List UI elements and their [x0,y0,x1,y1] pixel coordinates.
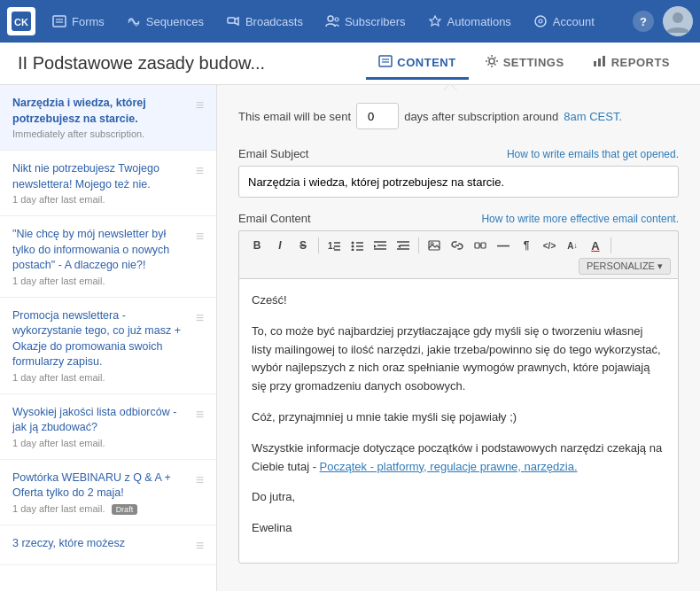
drag-handle-3[interactable]: ≡ [196,227,204,245]
outdent-button[interactable] [393,235,414,256]
sidebar-item-7[interactable]: 3 rzeczy, które możesz ≡ [0,525,216,565]
sidebar-item-6-text: Powtórka WEBINARU z Q & A + Oferta tylko… [12,470,189,514]
account-icon [533,13,548,29]
drag-handle-4[interactable]: ≡ [196,308,204,326]
drag-handle-5[interactable]: ≡ [196,405,204,423]
svg-rect-38 [475,243,479,248]
indent-button[interactable] [369,235,391,256]
bold-button[interactable]: B [246,235,268,256]
color-button[interactable]: A [585,235,606,256]
broadcasts-icon [225,13,241,29]
subject-label-row: Email Subject How to write emails that g… [238,147,679,160]
dash-button[interactable]: — [493,235,514,256]
sidebar-item-2-sub: 1 day after last email. [12,194,189,205]
editor-closing: Do jutra, [252,488,665,507]
image-button[interactable] [424,235,445,256]
sidebar-item-6-sub: 1 day after last email. Draft [12,503,189,514]
nav-label-forms: Forms [72,15,105,28]
personalize-button[interactable]: PERSONALIZE ▾ [579,258,671,275]
nav-item-automations[interactable]: Automations [418,8,520,35]
email-subject-section: Email Subject How to write emails that g… [238,147,679,198]
sidebar-item-6-title: Powtórka WEBINARU z Q & A + Oferta tylko… [12,470,189,502]
editor-para1: To, co może być najbardziej przytłaczają… [252,323,665,396]
sidebar-item-2-text: Nikt nie potrzebujesz Twojego newsletter… [12,161,189,205]
svg-point-25 [352,249,354,252]
toolbar-sep-2 [418,237,419,253]
delay-row: This email will be sent days after subsc… [238,103,679,129]
sidebar: Narzędzia i wiedza, której potrzebujesz … [0,85,217,591]
sidebar-item-2-title: Nikt nie potrzebujesz Twojego newsletter… [12,161,189,192]
tab-reports[interactable]: REPORTS [580,48,682,80]
subscript-button[interactable]: A↓ [562,235,583,256]
svg-rect-12 [379,56,392,66]
drag-handle-1[interactable]: ≡ [196,96,204,113]
sidebar-item-6[interactable]: Powtórka WEBINARU z Q & A + Oferta tylko… [0,460,216,525]
delay-text-before: This email will be sent [238,110,351,123]
tab-settings[interactable]: SETTINGS [472,47,577,81]
svg-rect-16 [594,61,596,66]
drag-handle-7[interactable]: ≡ [196,536,204,554]
sidebar-item-2[interactable]: Nikt nie potrzebujesz Twojego newsletter… [0,151,216,216]
nav-label-automations: Automations [447,15,511,28]
toolbar-sep-3 [611,237,611,253]
link-button[interactable] [447,235,468,256]
automations-icon [427,13,443,29]
nav-item-broadcasts[interactable]: Broadcasts [216,8,312,35]
subject-label: Email Subject [238,147,308,160]
nav-item-forms[interactable]: Forms [43,8,113,35]
logo[interactable]: CK [7,7,35,35]
svg-point-24 [352,245,354,248]
sidebar-item-1-text: Narzędzia i wiedza, której potrzebujesz … [12,96,189,139]
subject-hint-link[interactable]: How to write emails that get opened. [507,148,679,160]
editor-body[interactable]: Cześć! To, co może być najbardziej przyt… [238,278,679,564]
sidebar-item-4-text: Promocja newslettera - wykorzystanie teg… [12,308,189,383]
italic-button[interactable]: I [269,235,291,256]
content-label: Email Content [238,212,311,225]
draft-badge: Draft [112,504,138,515]
code-button[interactable]: </> [539,235,560,256]
sidebar-item-1-sub: Immediately after subscription. [12,128,189,139]
drag-handle-2[interactable]: ≡ [196,161,204,179]
toolbar-sep-1 [318,237,319,253]
paragraph-button[interactable]: ¶ [516,235,537,256]
top-navigation: CK Forms Sequences Broadcas [0,0,700,43]
forms-icon [51,13,67,29]
subject-input[interactable] [238,166,679,198]
secondary-nav-tabs: CONTENT SETTINGS REPORTS [366,47,682,81]
sidebar-item-3[interactable]: "Nie chcę by mój newsletter był tylko do… [0,216,216,298]
svg-rect-35 [429,241,439,250]
drag-handle-6[interactable]: ≡ [196,470,204,488]
editor-para3: Wszystkie informacje dotyczące początków… [252,439,665,477]
sidebar-item-1[interactable]: Narzędzia i wiedza, której potrzebujesz … [0,85,216,151]
svg-point-11 [673,12,683,23]
sidebar-item-5-text: Wysokiej jakości lista odbiorców - jak j… [12,405,189,448]
delay-input[interactable] [356,103,399,129]
reports-icon [593,55,607,70]
sidebar-item-4[interactable]: Promocja newslettera - wykorzystanie teg… [0,298,216,394]
content-icon [378,55,393,70]
help-button[interactable]: ? [633,11,654,32]
subscribers-icon [324,13,340,29]
tab-content-label: CONTENT [397,56,455,69]
avatar[interactable] [663,6,693,36]
svg-point-6 [328,16,333,21]
editor-para2: Cóż, przynajmniej u mnie takie myśli się… [252,408,665,427]
svg-rect-18 [603,56,605,66]
nav-label-broadcasts: Broadcasts [245,15,303,28]
tab-content[interactable]: CONTENT [366,48,468,80]
delay-time-link[interactable]: 8am CEST. [564,110,622,123]
nav-item-subscribers[interactable]: Subscribers [315,8,415,35]
content-area: This email will be sent days after subsc… [217,85,700,591]
svg-text:CK: CK [14,17,28,27]
sidebar-item-5[interactable]: Wysokiej jakości lista odbiorców - jak j… [0,394,216,460]
strikethrough-button[interactable]: S [292,235,314,256]
ul-button[interactable] [346,235,368,256]
sidebar-item-7-text: 3 rzeczy, które możesz [12,536,189,552]
nav-label-sequences: Sequences [146,15,204,28]
ol-button[interactable]: 1. [323,235,345,256]
unlink-button[interactable] [470,235,491,256]
content-hint-link[interactable]: How to write more effective email conten… [481,213,679,225]
editor-link[interactable]: Początek - platformy, regulacje prawne, … [320,460,578,473]
nav-item-sequences[interactable]: Sequences [117,8,213,35]
nav-item-account[interactable]: Account [524,8,603,35]
